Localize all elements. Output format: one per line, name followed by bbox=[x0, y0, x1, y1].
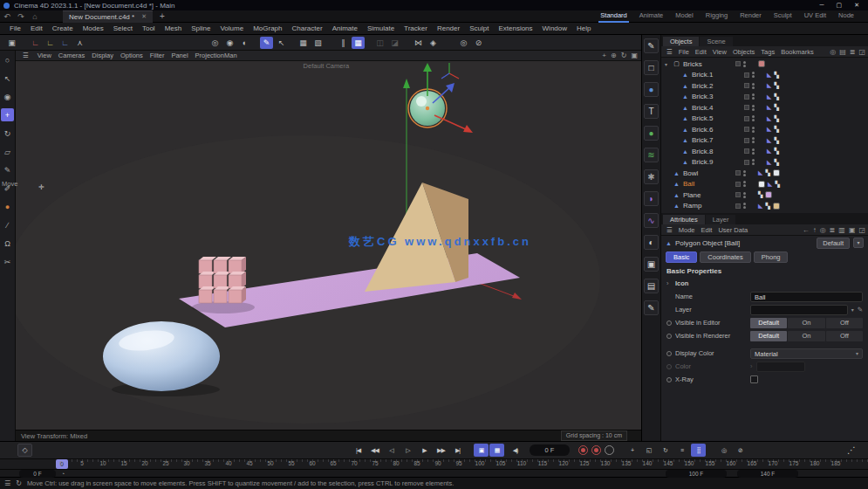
render-visibility-dot[interactable] bbox=[752, 75, 755, 78]
phong-tag-icon[interactable]: ◣ bbox=[767, 148, 771, 155]
visibility-dots[interactable] bbox=[752, 83, 755, 89]
menu-render[interactable]: Render bbox=[433, 24, 464, 32]
attribute-manager-menu-user-data[interactable]: User Data bbox=[715, 226, 750, 234]
back-icon[interactable]: ← bbox=[803, 226, 810, 234]
phong-tag-icon[interactable]: ◣ bbox=[767, 93, 771, 100]
editor-visibility-dot[interactable] bbox=[752, 105, 755, 107]
viewport-menu-display[interactable]: Display bbox=[88, 52, 117, 59]
object-row-brick-5[interactable]: ▲Brick.5◣▚ bbox=[661, 114, 868, 125]
enable-toggle[interactable] bbox=[735, 182, 741, 187]
range-b-field[interactable]: 140 F bbox=[737, 470, 798, 478]
menu-help[interactable]: Help bbox=[572, 24, 595, 32]
expand-icon[interactable]: ◲ bbox=[858, 226, 865, 234]
spline-pen-icon[interactable]: ✎ bbox=[644, 38, 659, 53]
prev-frame-icon[interactable]: ◁ bbox=[384, 444, 399, 457]
filter-icon[interactable]: ≣ bbox=[830, 226, 836, 234]
name-field[interactable]: Ball bbox=[750, 292, 863, 302]
menu-spline[interactable]: Spline bbox=[187, 24, 215, 32]
layout-tab-animate[interactable]: Animate bbox=[638, 10, 666, 23]
object-manager-menu-edit[interactable]: Edit bbox=[693, 48, 709, 56]
phong-tag-icon[interactable]: ◣ bbox=[767, 82, 771, 89]
menu-tracker[interactable]: Tracker bbox=[400, 24, 432, 32]
visibility-toggles[interactable] bbox=[744, 137, 755, 143]
uvw-tag-icon[interactable]: ▚ bbox=[765, 169, 769, 176]
deformer-icon[interactable]: ◗ bbox=[644, 191, 659, 206]
menu-sculpt[interactable]: Sculpt bbox=[465, 24, 493, 32]
editor-visibility-dot[interactable] bbox=[743, 61, 746, 64]
menu-tool[interactable]: Tool bbox=[138, 24, 160, 32]
object-manager-menu-objects[interactable]: Objects bbox=[730, 48, 757, 56]
uvw-tag-icon[interactable]: ▚ bbox=[758, 191, 762, 198]
object-manager-menu-tags[interactable]: Tags bbox=[758, 48, 777, 56]
attribute-tab-phong[interactable]: Phong bbox=[754, 251, 789, 263]
material-tag-icon[interactable] bbox=[773, 169, 780, 176]
up-icon[interactable]: ↑ bbox=[813, 226, 817, 234]
visibility-toggles[interactable] bbox=[735, 170, 746, 176]
attribute-tab-basic[interactable]: Basic bbox=[666, 251, 697, 263]
subdivision-surface-icon[interactable]: ● bbox=[644, 126, 659, 141]
object-row-brick-3[interactable]: ▲Brick.3◣▚ bbox=[661, 92, 868, 103]
snap-icon[interactable]: ▦ bbox=[352, 37, 365, 49]
visibility-toggles[interactable] bbox=[744, 159, 755, 165]
menu-simulate[interactable]: Simulate bbox=[363, 24, 399, 32]
render-visibility-dot[interactable] bbox=[752, 152, 755, 155]
material-icon[interactable]: ◐ bbox=[644, 235, 659, 250]
uvw-tag-icon[interactable]: ▚ bbox=[774, 82, 778, 89]
editor-visibility-dot[interactable] bbox=[743, 192, 746, 195]
editor-visibility-dot[interactable] bbox=[752, 127, 755, 129]
render-visibility-dot[interactable] bbox=[752, 108, 755, 111]
object-row-plane[interactable]: ▲Plane▚ bbox=[661, 189, 868, 201]
fcurve-editor-icon[interactable]: ⋰ bbox=[847, 445, 856, 455]
uvw-tag-icon[interactable]: ▚ bbox=[774, 104, 778, 111]
visibility-dots[interactable] bbox=[743, 203, 746, 209]
editor-visibility-dot[interactable] bbox=[743, 203, 746, 205]
visibility-toggles[interactable] bbox=[735, 192, 746, 198]
new-tab-button[interactable]: + bbox=[160, 11, 165, 21]
seg-renderer-option-off[interactable]: Off bbox=[826, 331, 863, 341]
layout-tab-rigging[interactable]: Rigging bbox=[704, 10, 729, 23]
enable-toggle[interactable] bbox=[744, 138, 749, 143]
uvw-tag-icon[interactable]: ▚ bbox=[774, 148, 778, 155]
cube-primitive-icon[interactable]: □ bbox=[644, 60, 659, 75]
layer-edit-icon[interactable]: ✎ bbox=[858, 306, 863, 313]
viewport-menu-cameras[interactable]: Cameras bbox=[55, 52, 88, 59]
object-row-bricks[interactable]: ▾▢Bricks bbox=[661, 59, 868, 70]
render-visibility-dot[interactable] bbox=[752, 97, 755, 100]
object-manager-menu-file[interactable]: File bbox=[676, 48, 692, 56]
enable-toggle[interactable] bbox=[735, 203, 741, 209]
copy-icon[interactable]: ▣ bbox=[849, 226, 856, 234]
key-pla-icon[interactable]: ⣿ bbox=[691, 444, 706, 457]
pen-icon[interactable]: ✎ bbox=[260, 37, 273, 49]
enable-toggle[interactable] bbox=[744, 160, 749, 165]
key-rotation-icon[interactable]: ↻ bbox=[658, 444, 673, 457]
camera-icon[interactable]: ▣ bbox=[644, 257, 659, 272]
workplane-icon[interactable]: ▣ bbox=[5, 37, 18, 49]
mirror-icon[interactable]: ⋈ bbox=[412, 37, 425, 49]
attribute-manager-hamburger-icon[interactable]: ☰ bbox=[664, 226, 675, 234]
viewport-canvas[interactable]: Default Camera 数艺CG www.qdnxxfb.cn ✛ bbox=[16, 61, 641, 430]
zoom-tool-icon[interactable]: ○ bbox=[1, 53, 14, 66]
current-frame-field[interactable]: 0 F bbox=[530, 444, 570, 456]
timeline-ruler[interactable]: 0 05101520253035404550556065707580859095… bbox=[0, 458, 868, 469]
paint-tool-icon[interactable]: ● bbox=[1, 200, 14, 213]
enable-toggle[interactable] bbox=[744, 83, 749, 88]
viewport-menu-view[interactable]: View bbox=[34, 52, 55, 59]
visibility-dots[interactable] bbox=[752, 72, 755, 78]
layer-dropdown-icon[interactable]: ▾ bbox=[851, 306, 854, 313]
menu-volume[interactable]: Volume bbox=[215, 24, 248, 32]
object-manager-hamburger-icon[interactable]: ☰ bbox=[664, 48, 675, 56]
maximize-button[interactable]: ▢ bbox=[837, 2, 843, 9]
enable-toggle[interactable] bbox=[744, 127, 749, 132]
visibility-dots[interactable] bbox=[752, 148, 755, 155]
phong-tag-icon[interactable]: ◣ bbox=[767, 72, 771, 79]
menu-animate[interactable]: Animate bbox=[328, 24, 362, 32]
enable-toggle[interactable] bbox=[744, 72, 749, 78]
start-frame-field[interactable]: 0 F bbox=[19, 470, 56, 478]
solo-icon[interactable]: ◎ bbox=[716, 444, 731, 457]
menu-select[interactable]: Select bbox=[109, 24, 137, 32]
object-row-ball[interactable]: ▲Ball◣▚ bbox=[661, 179, 868, 190]
coord-system-icon[interactable]: ⋏ bbox=[73, 37, 86, 49]
undo-icon[interactable]: ↶ bbox=[0, 12, 14, 21]
autokeying-icon[interactable] bbox=[591, 445, 601, 455]
brush-tool-icon[interactable]: ✎ bbox=[1, 163, 14, 176]
